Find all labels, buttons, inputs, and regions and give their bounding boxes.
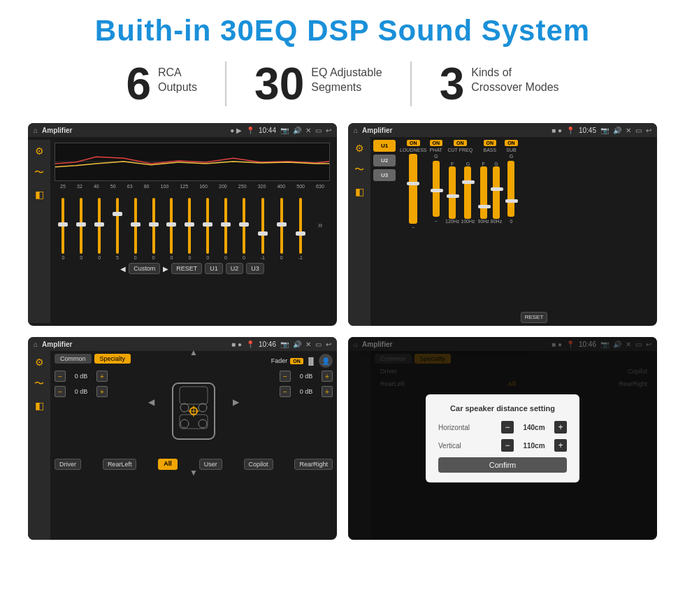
main-title: Buith-in 30EQ DSP Sound System bbox=[28, 14, 657, 48]
amp-side-icons: ⚙ 〜 ◧ bbox=[348, 137, 370, 326]
fader-icon-1[interactable]: ⚙ bbox=[35, 357, 44, 368]
time-amp: 10:45 bbox=[579, 127, 596, 134]
speaker-distance-dialog: Car speaker distance setting Horizontal … bbox=[426, 394, 579, 482]
loudness-slider[interactable] bbox=[409, 154, 417, 224]
plus-btn-1[interactable]: + bbox=[96, 386, 108, 397]
minus-btn-1[interactable]: − bbox=[55, 386, 66, 397]
u1-btn[interactable]: U1 bbox=[205, 263, 223, 274]
window-icon-amp: ▭ bbox=[635, 127, 642, 134]
dialog-overlay: Car speaker distance setting Horizontal … bbox=[348, 337, 657, 540]
play-btn[interactable]: ▶ bbox=[163, 265, 168, 273]
ctrl-loudness: ON LOUDNESS ~ bbox=[400, 140, 427, 323]
dialog-title: Car speaker distance setting bbox=[438, 404, 567, 413]
plus-btn-0[interactable]: + bbox=[96, 371, 108, 382]
phat-on[interactable]: ON bbox=[430, 140, 443, 146]
amp-icon-1[interactable]: ⚙ bbox=[355, 143, 364, 154]
copilot-btn[interactable]: Copilot bbox=[244, 459, 273, 470]
cam-icon-eq: 📷 bbox=[280, 127, 289, 134]
status-bar-fader: ⌂ Amplifier ■ ● 📍 10:46 📷 🔊 ✕ ▭ ↩ bbox=[28, 337, 337, 351]
fader-on-badge[interactable]: ON bbox=[290, 358, 303, 364]
dots2-fader: ■ ● bbox=[231, 341, 242, 348]
rearleft-btn[interactable]: RearLeft bbox=[103, 459, 137, 470]
fader-icon-2[interactable]: 〜 bbox=[34, 378, 44, 390]
driver-btn[interactable]: Driver bbox=[55, 459, 81, 470]
time-eq: 10:44 bbox=[259, 127, 276, 134]
amp-presets: U1 U2 U3 bbox=[373, 140, 396, 323]
eq-slider-3: 5 bbox=[116, 198, 119, 260]
reset-btn[interactable]: RESET bbox=[171, 263, 202, 274]
freq-500: 500 bbox=[296, 184, 305, 189]
freq-200: 200 bbox=[219, 184, 227, 189]
freq-100: 100 bbox=[161, 184, 169, 189]
pin-icon-amp: 📍 bbox=[566, 127, 575, 134]
sub-on[interactable]: ON bbox=[505, 140, 518, 146]
plus-btn-r0[interactable]: + bbox=[322, 371, 333, 382]
phat-label: PHAT bbox=[430, 148, 442, 152]
vertical-control: − 110cm + bbox=[501, 439, 567, 452]
loudness-label: LOUDNESS bbox=[400, 148, 427, 152]
eq-bottom: ◀ Custom ▶ RESET U1 U2 U3 bbox=[55, 263, 330, 274]
preset-u2[interactable]: U2 bbox=[373, 155, 396, 166]
arrow-down[interactable]: ▼ bbox=[189, 468, 198, 478]
amp-controls-area: ON LOUDNESS ~ ON PHAT G ~ bbox=[400, 140, 654, 323]
freq-63: 63 bbox=[127, 184, 133, 189]
back-icon-fader: ↩ bbox=[326, 341, 331, 348]
amp-reset[interactable]: RESET bbox=[521, 312, 548, 323]
eq-slider-13: -1 bbox=[298, 198, 303, 260]
minus-btn-0[interactable]: − bbox=[55, 371, 66, 382]
horizontal-plus[interactable]: + bbox=[554, 421, 567, 434]
stat-number-crossover: 3 bbox=[440, 62, 465, 106]
rearright-btn[interactable]: RearRight bbox=[294, 459, 333, 470]
freq-32: 32 bbox=[77, 184, 82, 189]
fader-row-1: − 0 dB + bbox=[55, 386, 108, 397]
bass-label: BASS bbox=[483, 148, 496, 152]
plus-btn-r1[interactable]: + bbox=[322, 386, 333, 397]
amp-icon-3[interactable]: ◧ bbox=[355, 186, 364, 197]
u3-btn[interactable]: U3 bbox=[246, 263, 264, 274]
eq-screen-content: ⚙ 〜 ◧ 25 32 40 bbox=[28, 137, 337, 326]
amp-icon-2[interactable]: 〜 bbox=[354, 164, 364, 176]
loudness-on[interactable]: ON bbox=[407, 140, 420, 146]
phat-slider[interactable] bbox=[433, 161, 440, 217]
confirm-button[interactable]: Confirm bbox=[438, 457, 567, 473]
eq-icon-2[interactable]: 〜 bbox=[34, 166, 44, 179]
preset-u3[interactable]: U3 bbox=[373, 169, 396, 181]
u2-btn[interactable]: U2 bbox=[226, 263, 244, 274]
fader-label: Fader bbox=[271, 357, 288, 364]
tab-common[interactable]: Common bbox=[55, 354, 92, 364]
eq-side-icons: ⚙ 〜 ◧ bbox=[28, 140, 50, 323]
arrow-left[interactable]: ◀ bbox=[148, 397, 154, 407]
minus-btn-r0[interactable]: − bbox=[280, 371, 291, 382]
tab-specialty[interactable]: Specialty bbox=[94, 354, 131, 364]
vol-icon-amp: 🔊 bbox=[613, 127, 621, 134]
cutfreq-on[interactable]: ON bbox=[454, 140, 467, 146]
fader-icon-3[interactable]: ◧ bbox=[35, 400, 44, 411]
preset-u1[interactable]: U1 bbox=[373, 140, 396, 152]
eq-slider-8: 0 bbox=[206, 198, 209, 260]
freq-630: 630 bbox=[316, 184, 324, 189]
freq-320: 320 bbox=[258, 184, 266, 189]
arrow-right[interactable]: ▶ bbox=[233, 397, 239, 407]
freq-160: 160 bbox=[199, 184, 208, 189]
profile-icon[interactable]: 👤 bbox=[319, 354, 333, 368]
vertical-minus[interactable]: − bbox=[501, 439, 514, 452]
horizontal-minus[interactable]: − bbox=[501, 421, 514, 434]
horizontal-value: 140cm bbox=[517, 424, 551, 431]
eq-icon-1[interactable]: ⚙ bbox=[35, 145, 44, 157]
arrow-up[interactable]: ▲ bbox=[189, 348, 198, 357]
dialog-horizontal-row: Horizontal − 140cm + bbox=[438, 421, 567, 434]
minus-btn-r1[interactable]: − bbox=[280, 386, 291, 397]
stat-item-crossover: 3 Kinds of Crossover Modes bbox=[412, 62, 587, 106]
prev-btn[interactable]: ◀ bbox=[120, 265, 126, 273]
bass-on[interactable]: ON bbox=[484, 140, 497, 146]
ctrl-cutfreq: ON CUT FREQ F 120Hz G bbox=[445, 140, 475, 323]
eq-icon-3[interactable]: ◧ bbox=[35, 189, 44, 200]
ctrl-sub: ON SUB G 0 bbox=[505, 140, 518, 323]
vertical-plus[interactable]: + bbox=[554, 439, 567, 452]
custom-btn[interactable]: Custom bbox=[129, 263, 160, 274]
app-title-eq: Amplifier bbox=[42, 127, 226, 134]
svg-point-5 bbox=[199, 403, 207, 412]
fader-slider-icon: ▐▌ bbox=[306, 357, 316, 365]
stat-number-eq: 30 bbox=[254, 62, 304, 106]
freq-400: 400 bbox=[277, 184, 285, 189]
